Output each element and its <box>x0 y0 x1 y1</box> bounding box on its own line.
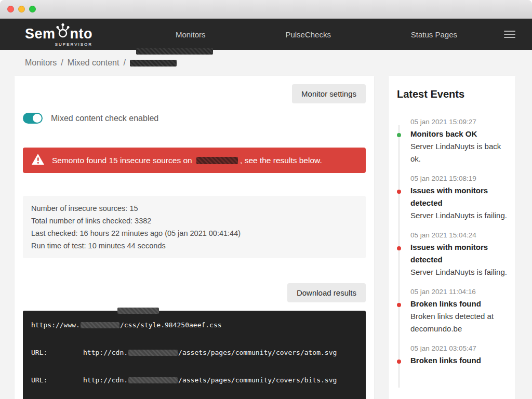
event-item[interactable]: 05 jan 2021 03:05:47 Broken links found <box>397 344 507 367</box>
brand-subtitle: SUPERVISOR <box>55 42 92 47</box>
monitor-settings-button[interactable]: Monitor settings <box>292 84 366 103</box>
mixed-content-toggle-row: Mixed content check enabled <box>23 113 366 124</box>
nav-items: Monitors PulseChecks Status Pages <box>92 30 504 39</box>
download-results-button[interactable]: Download results <box>287 283 366 302</box>
brand-logo[interactable]: Sem nto SUPERVISOR <box>25 22 92 47</box>
mixed-content-toggle[interactable] <box>23 113 43 124</box>
stat-insecure-sources: Number of insecure sources: 15 <box>31 202 357 215</box>
url-label: URL: <box>31 349 83 356</box>
redacted-breadcrumb-item <box>130 60 177 66</box>
latest-events-title: Latest Events <box>397 88 507 100</box>
monitor-detail-card: Monitor settings Mixed content check ena… <box>15 76 374 399</box>
menu-icon[interactable] <box>504 31 515 38</box>
event-date: 05 jan 2021 03:05:47 <box>410 344 507 352</box>
molecule-logo-icon <box>56 22 70 41</box>
result-source-line: https://www./css/style.984250aeef.css <box>31 321 357 329</box>
event-date: 05 jan 2021 15:04:24 <box>410 231 507 239</box>
redacted-domain <box>81 322 119 328</box>
content-columns: Monitor settings Mixed content check ena… <box>0 76 532 399</box>
minimize-window-button[interactable] <box>18 6 25 12</box>
top-navbar: Sem nto SUPERVISOR Monitors PulseChecks … <box>0 19 532 50</box>
nav-item-monitors[interactable]: Monitors <box>176 30 206 39</box>
stat-links-checked: Total number of links checked: 3382 <box>31 215 357 227</box>
result-url-row: URL: http://cdn./assets/pages/community/… <box>31 376 357 384</box>
events-timeline: 05 jan 2021 15:09:27 Monitors back OK Se… <box>397 118 507 367</box>
breadcrumb-item-mixed-content[interactable]: Mixed content <box>68 58 119 68</box>
event-title: Monitors back OK <box>410 128 507 140</box>
toggle-knob <box>33 114 42 123</box>
close-window-button[interactable] <box>7 6 14 12</box>
event-status-dot <box>397 190 401 194</box>
breadcrumb: Monitors / Mixed content / <box>25 58 177 68</box>
event-date: 05 jan 2021 15:08:19 <box>410 175 507 182</box>
brand-text-end: nto <box>70 27 92 41</box>
source-url-prefix: https://www. <box>31 321 80 329</box>
toggle-label: Mixed content check enabled <box>51 114 158 123</box>
event-item[interactable]: 05 jan 2021 15:08:19 Issues with monitor… <box>397 175 507 222</box>
event-title: Broken links found <box>410 354 507 367</box>
event-status-dot <box>397 360 401 364</box>
breadcrumb-separator: / <box>61 58 63 68</box>
url-suffix: /assets/pages/community/covers/bits.svg <box>178 376 337 384</box>
url-prefix: http://cdn. <box>83 349 128 356</box>
insecure-sources-alert: Semonto found 15 insecure sources on , s… <box>23 148 366 173</box>
breadcrumb-bar: Monitors / Mixed content / <box>0 50 532 76</box>
redacted-domain <box>128 350 178 356</box>
event-date: 05 jan 2021 11:04:16 <box>410 288 507 296</box>
brand-text-start: Sem <box>25 27 56 41</box>
source-url-suffix: /css/style.984250aeef.css <box>120 321 222 329</box>
redacted-domain <box>196 157 238 164</box>
redacted-domain <box>128 377 178 383</box>
stat-run-time: Run time of test: 10 minutes 44 seconds <box>31 240 357 252</box>
nav-item-status-pages[interactable]: Status Pages <box>411 30 457 39</box>
event-description: Server LindaNuyts is failing. <box>410 266 507 278</box>
breadcrumb-item-monitors[interactable]: Monitors <box>25 58 57 68</box>
redacted-block <box>117 308 159 314</box>
url-prefix: http://cdn. <box>83 376 128 384</box>
event-status-dot <box>397 246 401 250</box>
event-title: Issues with monitors detected <box>410 184 507 209</box>
event-item[interactable]: 05 jan 2021 15:04:24 Issues with monitor… <box>397 231 507 278</box>
breadcrumb-separator: / <box>123 58 125 68</box>
zoom-window-button[interactable] <box>29 6 36 12</box>
page-background: Monitors / Mixed content / Monitor setti… <box>0 50 532 399</box>
alert-text: Semonto found 15 insecure sources on , s… <box>52 156 322 165</box>
url-label: URL: <box>31 376 83 384</box>
brand-wordmark: Sem nto <box>25 22 92 41</box>
warning-icon <box>31 153 45 167</box>
check-stats-box: Number of insecure sources: 15 Total num… <box>23 196 366 258</box>
result-url-row: URL: http://cdn./assets/pages/community/… <box>31 349 357 356</box>
event-description: Server LindaNuyts is back ok. <box>410 140 507 165</box>
stat-last-checked: Last checked: 16 hours 22 minutes ago (0… <box>31 227 357 240</box>
event-description: Server LindaNuyts is failing. <box>410 209 507 222</box>
event-item[interactable]: 05 jan 2021 15:09:27 Monitors back OK Se… <box>397 118 507 165</box>
redacted-block <box>136 48 213 55</box>
event-date: 05 jan 2021 15:09:27 <box>410 118 507 126</box>
event-description: Broken links detected at decomundo.be <box>410 310 507 335</box>
event-title: Broken links found <box>410 298 507 310</box>
alert-text-prefix: Semonto found 15 insecure sources on <box>52 156 192 165</box>
window-titlebar <box>0 0 532 19</box>
event-status-dot <box>397 133 401 137</box>
event-status-dot <box>397 303 401 307</box>
alert-text-suffix: , see the results below. <box>240 156 322 165</box>
event-title: Issues with monitors detected <box>410 241 507 266</box>
nav-item-pulsechecks[interactable]: PulseChecks <box>285 30 331 39</box>
url-suffix: /assets/pages/community/covers/atom.svg <box>178 349 337 356</box>
results-code-block: https://www./css/style.984250aeef.css UR… <box>23 311 366 399</box>
latest-events-panel: Latest Events 05 jan 2021 15:09:27 Monit… <box>389 76 515 399</box>
event-item[interactable]: 05 jan 2021 11:04:16 Broken links found … <box>397 288 507 335</box>
